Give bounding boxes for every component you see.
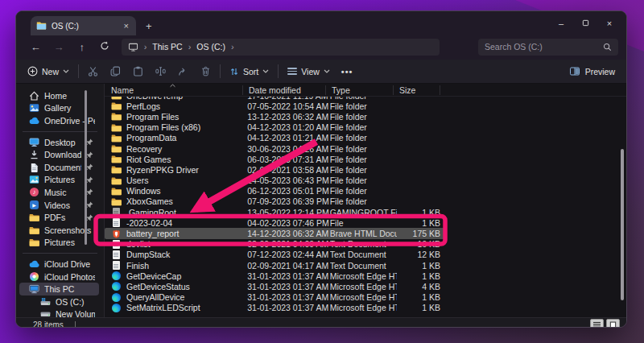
file-type: Microsoft Edge HTM... (330, 271, 398, 281)
forward-button[interactable]: → (47, 41, 71, 53)
sidebar-item-music[interactable]: ♪Music (19, 186, 99, 199)
file-row-finish[interactable]: Finish02-09-2021 04:17 AMText Document1 … (105, 260, 445, 271)
file-type: File folder (330, 186, 398, 196)
cut-button[interactable] (88, 66, 98, 76)
file-row-getdevicecap[interactable]: GetDeviceCap31-01-2023 01:37 AMMicrosoft… (105, 271, 445, 281)
sidebar-item-gallery[interactable]: Gallery (19, 102, 99, 115)
copy-button[interactable] (110, 66, 121, 76)
file-row-dumpstack[interactable]: DumpStack07-12-2023 02:44 AMText Documen… (105, 250, 445, 260)
file-name: DumpStack (122, 250, 247, 259)
delete-button[interactable] (200, 66, 211, 76)
file-row-programdata[interactable]: ProgramData04-12-2023 01:21 AMFile folde… (105, 133, 445, 143)
preview-pane-icon (569, 67, 580, 76)
column-header-date-modified[interactable]: Date modified (243, 85, 326, 95)
sidebar-item-label: Music (44, 188, 81, 197)
sort-button[interactable]: Sort (229, 67, 269, 76)
file-row-queryalldevice[interactable]: QueryAllDevice31-01-2023 01:37 AMMicroso… (105, 292, 445, 303)
file-row-setmatrixledscript[interactable]: SetMatrixLEDScript31-01-2023 01:37 AMMic… (105, 303, 445, 313)
back-button[interactable]: ← (24, 41, 47, 53)
file-row-2023-02-04[interactable]: -2023-02-0404-02-2023 07:46 PMFile1 KB (105, 217, 445, 228)
file-row-recovery[interactable]: Recovery30-06-2023 04:26 AMFile folder (105, 143, 445, 154)
file-list-scrollbar[interactable] (621, 149, 624, 300)
sidebar-item-videos[interactable]: ▶Videos (19, 199, 99, 212)
file-row-devlist[interactable]: devlist02-09-2021 04:09 AMText Document1… (105, 239, 445, 250)
more-options-button[interactable]: ••• (341, 67, 353, 76)
file-row-ryzenppkg-driver[interactable]: RyzenPPKG Driver02-09-2021 03:58 AMFile … (105, 164, 445, 175)
details-view-button[interactable] (590, 319, 604, 328)
refresh-button[interactable] (93, 41, 117, 53)
sidebar-item-screenshots[interactable]: Screenshots (19, 224, 99, 237)
new-button[interactable]: New (27, 66, 69, 76)
sidebar-item-home[interactable]: Home (19, 89, 99, 102)
status-bar: 28 items (16, 317, 626, 328)
sidebar-item-icloud-drive[interactable]: iCloud Drive (19, 258, 99, 271)
pictures-icon (29, 175, 39, 185)
sidebar-item-onedrive-personal[interactable]: OneDrive - Personal (19, 114, 99, 127)
file-row-getdevicestatus[interactable]: GetDeviceStatus31-01-2023 01:37 AMMicros… (105, 281, 445, 291)
file-date: 31-01-2023 01:37 AM (247, 292, 329, 302)
file-row-gamingroot[interactable]: .GamingRoot13-05-2022 12:14 PMGAMINGROOT… (105, 207, 445, 217)
chevron-down-icon (262, 69, 269, 73)
file-date: 31-01-2023 01:37 AM (247, 271, 329, 281)
file-row-windows[interactable]: Windows06-12-2023 05:01 PMFile folder (105, 186, 445, 196)
file-size: 16 KB (397, 239, 445, 249)
sidebar-scrollbar[interactable] (85, 90, 88, 245)
minimize-button[interactable]: – (549, 19, 573, 28)
maximize-button[interactable] (573, 19, 597, 28)
sidebar-item-pictures[interactable]: Pictures (19, 237, 99, 250)
paste-button[interactable] (133, 66, 143, 76)
view-button[interactable]: View (287, 67, 330, 76)
file-size: 12 KB (397, 250, 445, 259)
file-row-xboxgames[interactable]: XboxGames07-09-2023 06:39 PMFile folder (105, 196, 445, 207)
up-button[interactable]: ↑ (70, 41, 93, 53)
breadcrumb-this-pc[interactable]: This PC (152, 42, 182, 52)
file-size: 1 KB (397, 292, 445, 302)
search-input[interactable]: Search OS (C:) (478, 39, 618, 56)
view-button-label: View (301, 67, 320, 76)
share-button[interactable] (178, 66, 188, 76)
sidebar-item-icloud-photos[interactable]: iCloud Photos (19, 271, 99, 283)
sidebar-item-label: Pictures (44, 238, 95, 247)
file-list-pane: Name Date modified Type Size OneDriveTem… (104, 84, 626, 317)
file-name: Windows (122, 186, 247, 196)
chevron-right-icon[interactable]: › (231, 42, 234, 52)
file-date: 24-05-2023 06:43 PM (247, 176, 329, 185)
close-button[interactable]: × (597, 19, 621, 28)
sidebar-item-documents[interactable]: Documents (19, 161, 99, 174)
sidebar-item-pictures[interactable]: Pictures (19, 174, 99, 187)
preview-toggle[interactable]: Preview (569, 67, 615, 76)
file-type: File folder (330, 122, 398, 132)
file-type: File folder (330, 101, 398, 111)
file-row-riot-games[interactable]: Riot Games06-03-2023 07:31 AMFile folder (105, 154, 445, 164)
file-row-program-files[interactable]: Program Files13-12-2023 06:32 AMFile fol… (105, 111, 445, 122)
tab-close-button[interactable]: × (122, 22, 130, 30)
file-row-users[interactable]: Users24-05-2023 06:43 PMFile folder (105, 176, 445, 186)
breadcrumb-os-c[interactable]: OS (C:) (196, 42, 225, 52)
file-date: 04-12-2023 01:21 AM (247, 133, 329, 143)
folder-icon (29, 213, 39, 223)
column-header-size[interactable]: Size (394, 85, 440, 95)
sidebar-item-pdfs[interactable]: PDFs (19, 211, 99, 224)
chevron-right-icon[interactable]: › (188, 42, 192, 52)
large-icons-view-button[interactable] (606, 319, 620, 328)
rename-button[interactable] (155, 66, 166, 76)
explorer-tab[interactable]: OS (C:) × (31, 16, 136, 35)
column-header-type[interactable]: Type (326, 85, 394, 95)
view-lines-icon (287, 68, 297, 75)
pin-icon (86, 138, 93, 146)
file-row-battery-report[interactable]: battery_report14-12-2023 06:32 AMBrave H… (105, 228, 445, 238)
sidebar-item-label: Gallery (44, 103, 95, 113)
sidebar-item-downloads[interactable]: Downloads (19, 148, 99, 161)
sidebar-item-os-c[interactable]: OS (C:) (19, 295, 99, 308)
sidebar-item-this-pc[interactable]: This PC (19, 283, 99, 295)
new-tab-button[interactable]: + (146, 20, 152, 32)
file-gray-icon (110, 208, 122, 217)
breadcrumb[interactable]: › This PC › OS (C:) › (122, 39, 440, 56)
sidebar-item-new-volume-d[interactable]: New Volume (D:) (19, 308, 99, 318)
file-explorer-window: OS (C:) × + – × ← → ↑ › This PC (15, 10, 627, 328)
sidebar-item-desktop[interactable]: Desktop (19, 136, 99, 149)
file-row-program-files-x86[interactable]: Program Files (x86)04-12-2023 01:20 AMFi… (105, 122, 445, 133)
file-row-perflogs[interactable]: PerfLogs07-05-2022 10:54 AMFile folder (105, 101, 445, 111)
edge-icon (110, 292, 122, 302)
sidebar-item-label: New Volume (D:) (56, 309, 95, 317)
